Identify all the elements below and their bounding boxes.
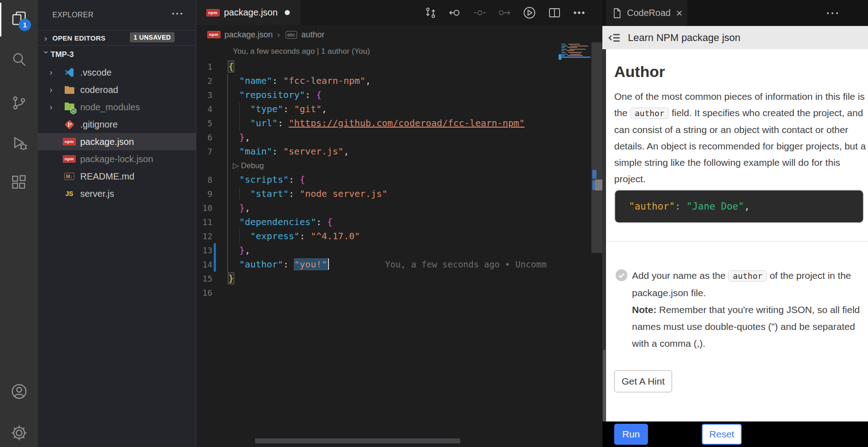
tree-item--vscode[interactable]: ›.vscode (38, 64, 196, 81)
settings-gear-icon[interactable] (0, 415, 38, 447)
tree-item--gitignore[interactable]: .gitignore (38, 116, 196, 133)
search-icon[interactable] (0, 42, 38, 77)
tree-item-readme-md[interactable]: M↓README.md (38, 168, 196, 185)
code-line-11[interactable]: 11 "dependencies": { (196, 215, 602, 229)
gitlens-authors-codelens[interactable]: You, a few seconds ago | 1 author (You) (233, 47, 370, 56)
sidebar-more-actions-icon[interactable] (172, 13, 182, 15)
tab-package-json[interactable]: npm package.json (196, 0, 300, 25)
code-line-4[interactable]: 4 "type": "git", (196, 102, 602, 116)
example-code-block: "author": "Jane Doe", (614, 190, 864, 223)
code-text: "type": "git", (228, 102, 327, 116)
minimap[interactable] (560, 44, 591, 62)
step-heading: Author (614, 63, 665, 81)
run-circle-icon[interactable] (522, 5, 537, 20)
code-line-5[interactable]: 5 "url": "https://github.com/coderoad/fc… (196, 116, 602, 130)
code-text: "start": "node server.js" (228, 187, 387, 201)
tree-item-package-json[interactable]: npmpackage.json (38, 133, 196, 150)
breadcrumb-file[interactable]: package.json (225, 30, 273, 40)
code-line-6[interactable]: 6 }, (196, 130, 602, 144)
divider (606, 241, 868, 241)
code-line-14[interactable]: 14 "author": "you!"You, a few seconds ag… (196, 257, 602, 272)
code-text: { (228, 60, 234, 74)
coderoad-panel: CodeRoad × Learn NPM package json Author… (602, 0, 868, 447)
code-line-10[interactable]: 10 }, (196, 201, 602, 215)
breadcrumb: npm package.json › abc author (196, 25, 602, 44)
debug-codelens[interactable]: ▷ Debug (233, 159, 264, 173)
chevron-down-icon: › (42, 51, 51, 59)
line-number: 14 (196, 257, 212, 272)
chevron-right-icon: › (44, 34, 52, 42)
vscode-window: 1 EXPLORER › OPEN EDITORS 1 UNSAVED (0, 0, 868, 447)
tutorial-header: Learn NPM package json (602, 26, 868, 49)
activity-bar: 1 (0, 0, 38, 447)
code-line-8[interactable]: 8 "scripts": { (196, 173, 602, 187)
code-line-16[interactable]: 16 (196, 286, 602, 300)
code-line-7[interactable]: 7 "main": "server.js", (196, 144, 602, 159)
step-back-icon[interactable] (448, 6, 462, 20)
sidebar-title: EXPLORER (52, 11, 93, 19)
explorer-badge: 1 (19, 19, 31, 31)
menu-collapse-icon[interactable] (608, 31, 621, 45)
open-editors-section[interactable]: › OPEN EDITORS 1 UNSAVED (38, 30, 196, 46)
close-icon[interactable]: × (676, 8, 683, 19)
editor-more-actions-icon[interactable] (572, 6, 586, 20)
chevron-right-icon: › (277, 30, 280, 40)
code-line-3[interactable]: 3 "repository": { (196, 88, 602, 102)
code-text: "scripts": { (228, 173, 305, 187)
chevron-right-icon: › (50, 68, 59, 77)
vertical-scrollbar[interactable] (591, 42, 602, 253)
code-line-2[interactable]: 2 "name": "fcc-learn-npm", (196, 74, 602, 88)
run-button[interactable]: Run (614, 424, 648, 445)
indent-guide (239, 187, 240, 201)
tree-item-node-modules[interactable]: ›JSnode_modules (38, 98, 196, 116)
editor-tab-bar: npm package.json (196, 0, 602, 25)
vscode-folder-icon (63, 67, 76, 78)
line-number: 4 (196, 102, 212, 116)
node-folder-icon: JS (63, 102, 76, 113)
tab-coderoad[interactable]: CodeRoad × (606, 0, 687, 26)
indent-guide (239, 102, 240, 130)
panel-more-actions-icon[interactable] (827, 12, 838, 14)
code-line-13[interactable]: 13 }, (196, 243, 602, 257)
code-line-15[interactable]: 15} (196, 272, 602, 286)
step-over-icon[interactable] (498, 6, 511, 20)
chevron-right-icon: › (50, 85, 59, 95)
run-debug-icon[interactable] (0, 125, 38, 161)
root-folder-row[interactable]: › TMP-3 (38, 46, 196, 64)
overview-slider[interactable] (595, 180, 602, 190)
code-text: }, (228, 201, 250, 215)
svg-text:JS: JS (72, 109, 75, 112)
code-line-9[interactable]: 9 "start": "node server.js" (196, 187, 602, 201)
git-compare-icon[interactable] (424, 6, 437, 20)
tutorial-body: Author One of the most common pieces of … (606, 49, 868, 421)
panel-scroll-track (602, 49, 606, 421)
tree-item-coderoad[interactable]: ›coderoad (38, 81, 196, 98)
breadcrumb-symbol[interactable]: author (301, 30, 324, 40)
code-line-12[interactable]: 12 "express": "^4.17.0" (196, 229, 602, 243)
root-folder-label: TMP-3 (51, 50, 74, 59)
split-editor-icon[interactable] (548, 6, 561, 20)
get-hint-button[interactable]: Get A Hint (614, 370, 672, 392)
file-tree: ›.vscode›coderoad›JSnode_modules.gitigno… (38, 64, 196, 202)
breakpoint-circle-icon[interactable] (473, 6, 487, 20)
line-number: 5 (196, 116, 212, 130)
account-icon[interactable] (0, 374, 38, 409)
explorer-icon[interactable]: 1 (0, 1, 38, 36)
bracket-guide (227, 74, 228, 272)
npm-icon: npm (63, 136, 76, 147)
extensions-icon[interactable] (0, 165, 38, 200)
tree-item-server-js[interactable]: JSserver.js (38, 185, 196, 202)
line-number: 11 (196, 215, 212, 229)
source-control-icon[interactable] (0, 85, 38, 121)
minimap-current-line (560, 57, 591, 58)
tree-item-label: server.js (80, 189, 114, 199)
line-number: 7 (196, 144, 212, 159)
reset-button[interactable]: Reset (702, 424, 742, 445)
minimap-change-marker (559, 54, 561, 60)
code-line-1[interactable]: 1{ (196, 60, 602, 74)
tree-item-package-lock-json[interactable]: npmpackage-lock.json (38, 150, 196, 168)
horizontal-scrollbar[interactable] (255, 438, 460, 443)
line-number: 8 (196, 173, 212, 187)
gutter-change-bar (214, 243, 216, 257)
modified-dot-icon[interactable] (285, 10, 290, 15)
